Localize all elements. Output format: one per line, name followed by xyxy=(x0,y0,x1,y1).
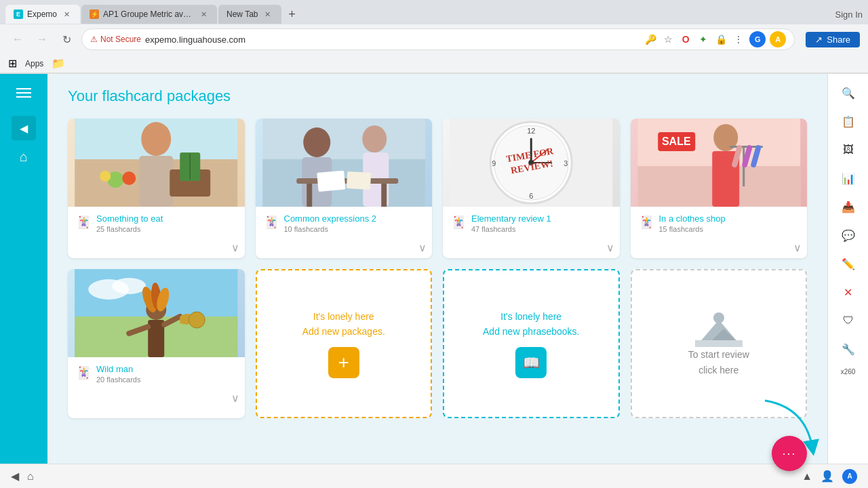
wrench-icon[interactable]: 🔧 xyxy=(836,337,861,361)
close-icon[interactable]: ✕ xyxy=(836,280,861,304)
comments-icon[interactable]: 💬 xyxy=(836,223,861,247)
flashcard-wild-info: Wild man 20 flashcards xyxy=(96,364,237,384)
flashcard-eat-title[interactable]: Something to eat xyxy=(96,214,237,224)
add-package-button[interactable]: + xyxy=(328,347,359,378)
flashcard-review-title[interactable]: Elementary review 1 xyxy=(471,214,612,224)
svg-rect-19 xyxy=(381,184,387,207)
pencil-icon[interactable]: ✏️ xyxy=(836,251,861,276)
nav-profile-icon[interactable]: A xyxy=(842,469,857,484)
empty-packages-text: It's lonely here Add new packages. xyxy=(302,309,385,340)
chart-icon[interactable]: 📊 xyxy=(836,166,861,190)
share-button[interactable]: ↗ Share xyxy=(806,32,860,47)
sidebar-nav-left[interactable]: ◀ xyxy=(12,116,36,140)
expand-icon: ∨ xyxy=(793,241,802,254)
empty-card-phrasebooks[interactable]: It's lonely here Add new phrasebooks. 📖 xyxy=(443,269,620,418)
page-title: Your flashcard packages xyxy=(68,87,807,105)
flashcard-review-body: 🃏 Elementary review 1 47 flashcards xyxy=(443,207,620,239)
tab-ap1-title: AP1 Groupe Metric avec Antho... xyxy=(103,9,194,19)
svg-point-58 xyxy=(189,312,205,328)
fab-button[interactable]: ··· xyxy=(772,436,807,471)
tab-expemo-close[interactable]: ✕ xyxy=(61,9,72,20)
svg-text:12: 12 xyxy=(527,127,535,135)
tab-ap1[interactable]: ⚡ AP1 Groupe Metric avec Antho... ✕ xyxy=(81,5,217,24)
flashcard-clothes-count: 15 flashcards xyxy=(659,225,800,233)
tab-expemo-title: Expemo xyxy=(27,9,57,19)
star-icon[interactable]: ☆ xyxy=(661,33,675,46)
empty-phrasebooks-text: It's lonely here Add new phrasebooks. xyxy=(483,309,579,340)
flashcard-wild-title[interactable]: Wild man xyxy=(96,364,237,374)
hamburger-line1 xyxy=(16,88,31,89)
flashcard-wild-type-icon: 🃏 xyxy=(76,365,91,380)
flashcard-review-expand[interactable]: ∨ xyxy=(443,239,620,258)
svg-point-7 xyxy=(100,171,111,182)
sidebar-home[interactable]: ⌂ xyxy=(12,144,36,169)
flashcard-clothes-expand[interactable]: ∨ xyxy=(631,239,808,258)
svg-text:9: 9 xyxy=(492,159,496,167)
nav-user-avatar[interactable]: 👤 xyxy=(821,470,834,483)
share-icon: ↗ xyxy=(815,35,823,45)
mountain-icon xyxy=(695,310,743,347)
warning-icon: ⚠ xyxy=(90,35,98,44)
fab-icon: ··· xyxy=(782,447,796,461)
shield-icon[interactable]: 🛡 xyxy=(836,308,861,333)
new-tab-button[interactable]: + xyxy=(283,5,302,24)
flashcard-eat-image xyxy=(68,119,245,207)
flashcard-clothes-info: In a clothes shop 15 flashcards xyxy=(659,214,800,233)
download-icon[interactable]: 📥 xyxy=(836,195,861,219)
document-icon[interactable]: 📋 xyxy=(836,109,861,134)
svg-rect-62 xyxy=(695,340,743,347)
forward-button[interactable]: → xyxy=(33,30,52,49)
svg-rect-20 xyxy=(317,171,345,192)
flashcard-eat-expand[interactable]: ∨ xyxy=(68,239,245,258)
expemo-favicon: E xyxy=(14,9,23,19)
nav-home[interactable]: ⌂ xyxy=(27,470,34,483)
picture-icon[interactable]: 🖼 xyxy=(836,138,861,162)
not-secure-indicator: ⚠ Not Secure xyxy=(90,35,141,44)
app-sidebar: ◀ ⌂ xyxy=(0,74,47,464)
flashcard-clothes-type-icon: 🃏 xyxy=(639,215,654,230)
flashcard-expressions-count: 10 flashcards xyxy=(284,225,425,233)
flashcard-wild-count: 20 flashcards xyxy=(96,375,237,384)
tab-newtab-close[interactable]: ✕ xyxy=(262,9,273,20)
flashcard-clothes-title[interactable]: In a clothes shop xyxy=(659,214,800,224)
svg-point-50 xyxy=(112,278,146,294)
svg-text:SALE: SALE xyxy=(661,136,690,147)
flashcard-eat-body: 🃏 Something to eat 25 flashcards xyxy=(68,207,245,239)
profile-avatar2[interactable]: A xyxy=(770,31,786,47)
flashcard-expressions-type-icon: 🃏 xyxy=(264,215,279,230)
flashcard-expressions-info: Common expressions 2 10 flashcards xyxy=(284,214,425,233)
profile-avatar[interactable]: G xyxy=(749,31,766,47)
expand-icon: ∨ xyxy=(418,241,427,254)
flashcard-expressions-expand[interactable]: ∨ xyxy=(256,239,433,258)
tab-newtab-title: New Tab xyxy=(226,9,258,19)
menu-button[interactable] xyxy=(10,81,37,105)
back-button[interactable]: ← xyxy=(8,30,27,49)
add-phrasebook-button[interactable]: 📖 xyxy=(515,347,547,378)
expand-icon: ∨ xyxy=(231,241,239,254)
svg-point-13 xyxy=(303,127,330,157)
empty-card-review[interactable]: To start review click here xyxy=(631,269,808,418)
flashcard-expressions-title[interactable]: Common expressions 2 xyxy=(284,214,425,224)
reload-button[interactable]: ↻ xyxy=(57,30,76,49)
url-bar[interactable]: ⚠ Not Secure expemo.linguahouse.com 🔑 ☆ … xyxy=(81,28,795,50)
flashcard-wild: 🃏 Wild man 20 flashcards ∨ xyxy=(68,269,245,418)
svg-rect-21 xyxy=(346,171,370,190)
svg-rect-4 xyxy=(139,156,173,207)
zoom-in-button[interactable]: 🔍 xyxy=(836,81,861,105)
svg-point-3 xyxy=(141,122,171,156)
key-icon: 🔑 xyxy=(644,33,657,46)
apps-label[interactable]: Apps xyxy=(25,59,43,68)
nav-arrow-left[interactable]: ◀ xyxy=(11,470,19,483)
svg-point-6 xyxy=(122,171,136,185)
book-icon: 📖 xyxy=(523,354,540,371)
empty-card-packages[interactable]: It's lonely here Add new packages. + xyxy=(256,269,433,418)
menu-icon[interactable]: ⋮ xyxy=(732,33,745,46)
tab-newtab[interactable]: New Tab ✕ xyxy=(218,5,281,24)
tab-expemo[interactable]: E Expemo ✕ xyxy=(5,5,80,24)
nav-arrow-up[interactable]: ▲ xyxy=(802,470,812,483)
tab-ap1-close[interactable]: ✕ xyxy=(198,9,209,20)
flashcard-wild-expand[interactable]: ∨ xyxy=(68,389,245,409)
bottom-nav: ◀ ⌂ ▲ 👤 A xyxy=(0,464,868,488)
sign-in-button[interactable]: Sign In xyxy=(835,9,863,20)
flashcard-review-image: 12 3 6 9 TIME FOR REVIEW! xyxy=(443,119,620,207)
